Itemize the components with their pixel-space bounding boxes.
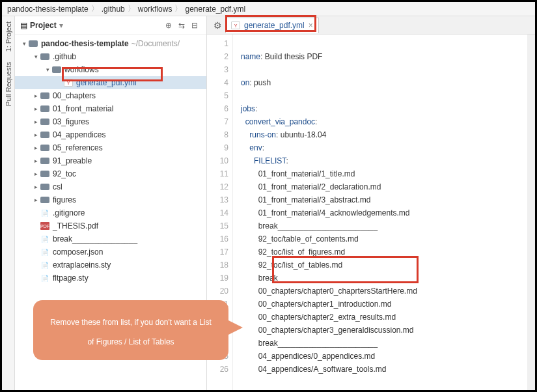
tree-item[interactable]: ▸05_references	[15, 141, 206, 154]
code-area[interactable]: 1234567891011121314151617181920212223242…	[207, 35, 535, 390]
chevron-icon[interactable]: ▸	[32, 158, 40, 164]
tree-item[interactable]: 📄.gitignore	[15, 206, 206, 219]
chevron-icon[interactable]: ▸	[32, 119, 40, 125]
folder-icon	[40, 169, 50, 178]
code-line[interactable]	[241, 63, 535, 76]
tree-item[interactable]: PDF_THESIS.pdf	[15, 219, 206, 232]
tree-item[interactable]: ▸figures	[15, 193, 206, 206]
tree-item[interactable]: ▾pandoc-thesis-template~/Documents/	[15, 37, 206, 50]
tree-item[interactable]: ▾.github	[15, 50, 206, 63]
chevron-icon[interactable]: ▸	[32, 145, 40, 151]
tree-item[interactable]: ▸00_chapters	[15, 89, 206, 102]
expand-icon[interactable]: ⇆	[175, 21, 188, 30]
code-line[interactable]: name: Build thesis PDF	[241, 50, 535, 63]
code-line[interactable]: 04_appendices/A_software_tools.md	[241, 363, 535, 376]
folder-icon	[40, 130, 50, 139]
collapse-icon[interactable]: ⊟	[188, 21, 201, 30]
rail-tab-project[interactable]: 1: Project	[3, 19, 14, 54]
editor-tab-bar: ⚙ Y generate_pdf.yml ×	[207, 16, 535, 35]
gear-icon[interactable]: ⚙	[210, 20, 225, 31]
tool-window-rail: 1: Project Pull Requests	[2, 16, 15, 390]
tree-item-label: 01_front_material	[53, 104, 113, 113]
project-header: ▤ Project ▾ ⊕ ⇆ ⊟	[15, 16, 206, 35]
tree-item-label: 00_chapters	[53, 91, 96, 100]
tree-item[interactable]: 📄break_______________	[15, 232, 206, 245]
tree-item-label: fltpage.sty	[53, 273, 89, 283]
code-line[interactable]: 92_toc/list_of_figures.md	[241, 245, 535, 259]
scrollbar[interactable]	[527, 35, 535, 390]
code-line[interactable]: 01_front_material/3_abstract.md	[241, 193, 535, 206]
code-line[interactable]: 01_front_material/2_declaration.md	[241, 180, 535, 193]
callout: Remove these from list, if you don't wan…	[33, 300, 228, 360]
code-line[interactable]: jobs:	[241, 102, 535, 115]
folder-icon	[40, 117, 50, 126]
code-line[interactable]: 92_toc/table_of_contents.md	[241, 232, 535, 245]
tree-item[interactable]: ▸91_preable	[15, 154, 206, 167]
tree-item[interactable]: ▸03_figures	[15, 115, 206, 128]
project-icon: ▤	[20, 21, 27, 30]
code-line[interactable]: 00_chapters/chapter1_introduction.md	[241, 298, 535, 311]
breadcrumb-item[interactable]: .github	[102, 5, 125, 14]
tree-item[interactable]: ▸92_toc	[15, 167, 206, 180]
code-line[interactable]: 04_appendices/0_appendices.md	[241, 350, 535, 363]
chevron-icon[interactable]: ▸	[32, 171, 40, 177]
code-line[interactable]: FILELIST:	[241, 154, 535, 167]
tree-item[interactable]: Ygenerate_pdf.yml	[15, 76, 206, 89]
chevron-icon[interactable]: ▾	[32, 53, 40, 60]
code-line[interactable]: 01_front_material/4_acknowledgements.md	[241, 206, 535, 219]
chevron-icon[interactable]: ▸	[32, 105, 40, 112]
tree-item-label: extraplaceins.sty	[53, 260, 111, 270]
breadcrumb-item[interactable]: workflows	[138, 5, 172, 14]
editor-panel: ⚙ Y generate_pdf.yml × 12345678910111213…	[207, 16, 535, 390]
folder-icon	[40, 143, 50, 152]
chevron-icon[interactable]: ▸	[32, 184, 40, 190]
chevron-icon[interactable]: ▾	[20, 40, 28, 47]
folder-icon	[28, 39, 38, 48]
rail-tab-pull-requests[interactable]: Pull Requests	[3, 59, 14, 109]
file-icon: 📄	[40, 260, 50, 270]
code-line[interactable]: on: push	[241, 76, 535, 89]
code-line[interactable]: 00_chapters/chapter0_chaprtersStartHere.…	[241, 285, 535, 298]
tree-item-label: 04_appendices	[53, 130, 105, 139]
editor-tab[interactable]: Y generate_pdf.yml ×	[225, 18, 319, 33]
tree-item[interactable]: 📄fltpage.sty	[15, 272, 206, 285]
close-icon[interactable]: ×	[309, 21, 313, 30]
folder-icon	[40, 182, 50, 191]
file-icon: 📄	[40, 208, 50, 217]
tree-item[interactable]: 📄extraplaceins.sty	[15, 259, 206, 272]
project-label: Project	[30, 21, 57, 30]
tree-item[interactable]: ▸01_front_material	[15, 102, 206, 115]
code-line[interactable]: 00_chapters/chapter3_generaldiscussion.m…	[241, 324, 535, 337]
tree-item-label: 91_preable	[53, 156, 92, 165]
locate-icon[interactable]: ⊕	[162, 21, 175, 30]
code-line[interactable]: break_______________________	[241, 272, 535, 285]
breadcrumb-item[interactable]: generate_pdf.yml	[185, 5, 245, 14]
code-line[interactable]: convert_via_pandoc:	[241, 115, 535, 128]
code-line[interactable]: break_______________________	[241, 219, 535, 232]
code-line[interactable]: break_______________________	[241, 337, 535, 350]
code-line[interactable]	[241, 37, 535, 50]
tree-item[interactable]: 📄composer.json	[15, 245, 206, 259]
code-line[interactable]: env:	[241, 141, 535, 154]
chevron-icon[interactable]: ▸	[32, 92, 40, 99]
code-line[interactable]	[241, 89, 535, 102]
tree-item-label: .github	[53, 52, 76, 61]
tree-item[interactable]: ▾workflows	[15, 63, 206, 76]
editor-tab-label: generate_pdf.yml	[244, 21, 305, 30]
code-line[interactable]: 00_chapters/chapter2_extra_results.md	[241, 311, 535, 324]
yml-icon: Y	[63, 78, 74, 87]
tree-item[interactable]: ▸04_appendices	[15, 128, 206, 141]
chevron-icon[interactable]: ▸	[32, 197, 40, 203]
project-dropdown-icon[interactable]: ▾	[59, 21, 63, 30]
tree-item[interactable]: ▸csl	[15, 180, 206, 193]
breadcrumb-item[interactable]: pandoc-thesis-template	[7, 5, 89, 14]
code-line[interactable]: 92_toc/list_of_tables.md	[241, 259, 535, 272]
tree-item-label: figures	[53, 195, 76, 204]
chevron-icon[interactable]: ▸	[32, 132, 40, 138]
code[interactable]: name: Build thesis PDF on: push jobs: co…	[233, 35, 535, 390]
tree-item-label: generate_pdf.yml	[76, 78, 137, 87]
tree-item-label: pandoc-thesis-template	[41, 39, 129, 48]
chevron-icon[interactable]: ▾	[44, 66, 51, 73]
code-line[interactable]: 01_front_material/1_title.md	[241, 167, 535, 180]
code-line[interactable]: runs-on: ubuntu-18.04	[241, 128, 535, 141]
